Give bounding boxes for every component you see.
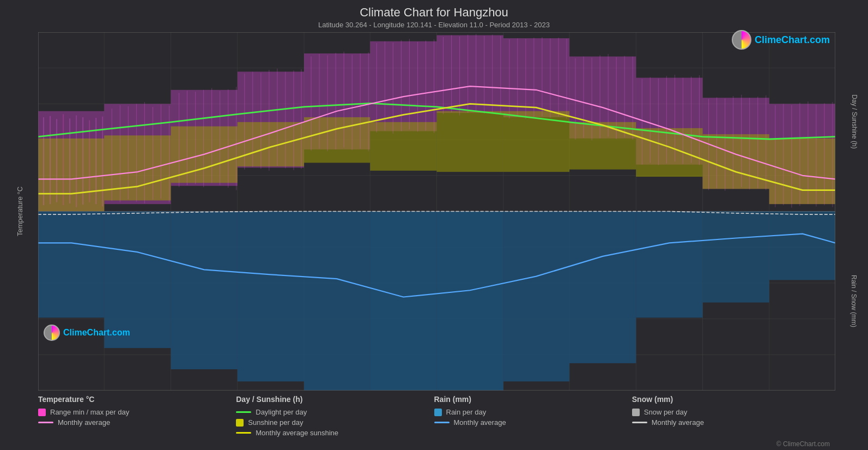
monthly-avg-snow-label: Monthly average [652, 418, 704, 427]
legend-item-monthly-avg-sunshine: Monthly average sunshine [236, 429, 434, 437]
svg-rect-86 [636, 212, 702, 318]
svg-rect-60 [503, 38, 569, 117]
rain-bar-icon [434, 409, 442, 416]
svg-rect-68 [238, 122, 304, 166]
legend-col1-title: Temperature °C [38, 395, 236, 404]
logo-text-bottom: ClimeChart.com [63, 328, 130, 338]
range-bar-icon [38, 409, 46, 416]
monthly-avg-temp-label: Monthly average [58, 418, 110, 427]
y-axis-left-label: Temperature °C [16, 187, 25, 236]
svg-rect-71 [437, 111, 503, 172]
main-chart-svg: 50 40 30 20 10 0 -10 -20 -30 -40 -50 24 … [38, 32, 835, 391]
monthly-avg-snow-icon [632, 422, 647, 423]
legend-col-snow: Snow (mm) Snow per day Monthly average [632, 395, 830, 437]
svg-rect-87 [703, 212, 769, 303]
svg-rect-88 [769, 212, 835, 280]
legend-col2-title: Day / Sunshine (h) [236, 395, 434, 404]
snow-bar-label: Snow per day [644, 408, 688, 416]
svg-rect-84 [503, 212, 569, 382]
logo-icon-bottom [44, 325, 60, 341]
legend-col4-title: Snow (mm) [632, 395, 830, 404]
svg-rect-70 [370, 122, 436, 171]
daylight-label: Daylight per day [256, 408, 307, 416]
copyright: © ClimeChart.com [0, 439, 868, 450]
chart-container: Climate Chart for Hangzhou Latitude 30.2… [0, 0, 868, 450]
svg-rect-82 [370, 212, 436, 391]
svg-rect-83 [437, 212, 503, 391]
legend-item-sunshine-bar: Sunshine per day [236, 418, 434, 427]
legend-col-rain: Rain (mm) Rain per day Monthly average [434, 395, 632, 437]
y-axis-right-top-label: Day / Sunshine (h) [851, 95, 858, 149]
sunshine-bar-label: Sunshine per day [248, 418, 303, 427]
chart-subtitle: Latitude 30.264 - Longitude 120.141 - El… [0, 21, 868, 29]
svg-rect-80 [238, 212, 304, 382]
y-axis-right-bottom-label: Rain / Snow (mm) [851, 275, 858, 327]
daylight-icon [236, 411, 251, 413]
logo-top-right: ClimeChart.com [732, 30, 830, 50]
svg-rect-58 [370, 41, 436, 131]
svg-rect-76 [769, 139, 835, 204]
legend-col-temperature: Temperature °C Range min / max per day M… [38, 395, 236, 437]
range-label: Range min / max per day [50, 408, 129, 416]
monthly-avg-rain-label: Monthly average [454, 418, 506, 427]
sunshine-bar-icon [236, 419, 244, 427]
legend-item-daylight: Daylight per day [236, 408, 434, 416]
chart-title: Climate Chart for Hangzhou [0, 5, 868, 20]
chart-area: Temperature °C Day / Sunshine (h) Rain /… [38, 32, 835, 391]
snow-bar-icon [632, 409, 640, 416]
legend-item-monthly-avg-rain: Monthly average [434, 418, 632, 427]
legend-item-snow-bar: Snow per day [632, 408, 830, 416]
svg-rect-85 [569, 212, 636, 363]
legend-item-monthly-avg-temp: Monthly average [38, 418, 236, 427]
monthly-avg-sunshine-icon [236, 432, 251, 434]
logo-icon-top [732, 30, 751, 50]
svg-rect-59 [437, 35, 503, 113]
svg-rect-79 [171, 212, 237, 370]
legend-item-monthly-avg-snow: Monthly average [632, 418, 830, 427]
svg-rect-81 [304, 212, 370, 391]
monthly-avg-temp-icon [38, 422, 53, 423]
legend-item-range: Range min / max per day [38, 408, 236, 416]
legend-area: Temperature °C Range min / max per day M… [0, 391, 868, 439]
legend-col-sunshine: Day / Sunshine (h) Daylight per day Suns… [236, 395, 434, 437]
svg-rect-65 [38, 139, 104, 212]
monthly-avg-rain-icon [434, 422, 450, 423]
rain-bar-label: Rain per day [446, 408, 487, 416]
logo-text-top: ClimeChart.com [755, 34, 830, 46]
legend-col3-title: Rain (mm) [434, 395, 632, 404]
logo-bottom-left: ClimeChart.com [44, 325, 130, 341]
legend-item-rain-bar: Rain per day [434, 408, 632, 416]
monthly-avg-sunshine-label: Monthly average sunshine [256, 429, 338, 437]
svg-rect-77 [38, 212, 104, 318]
svg-rect-73 [569, 122, 636, 170]
